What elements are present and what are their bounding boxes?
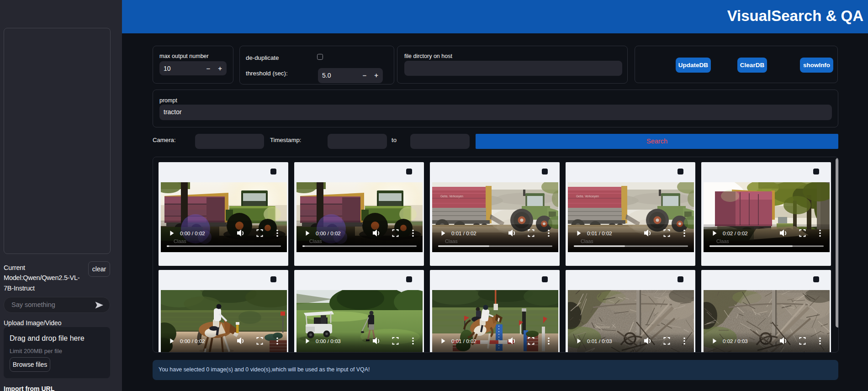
svg-text:Claas: Claas: [581, 238, 593, 244]
svg-text:0:02 / 0:03: 0:02 / 0:03: [723, 338, 748, 344]
svg-text:0:02 / 0:02: 0:02 / 0:02: [723, 230, 748, 236]
svg-text:Claas: Claas: [716, 238, 729, 244]
svg-text:Claas: Claas: [445, 238, 458, 244]
svg-text:Claas: Claas: [174, 238, 186, 244]
svg-text:0:00 / 0:03: 0:00 / 0:03: [316, 338, 341, 344]
svg-text:0:00 / 0:02: 0:00 / 0:02: [180, 338, 205, 344]
svg-text:0:01 / 0:02: 0:01 / 0:02: [451, 338, 476, 344]
svg-text:0:00 / 0:02: 0:00 / 0:02: [180, 230, 205, 236]
svg-text:0:00 / 0:02: 0:00 / 0:02: [316, 230, 341, 236]
svg-text:0:01 / 0:02: 0:01 / 0:02: [587, 230, 612, 236]
svg-text:0:01 / 0:02: 0:01 / 0:02: [451, 230, 476, 236]
svg-text:Claas: Claas: [309, 238, 322, 244]
svg-text:0:01 / 0:03: 0:01 / 0:03: [587, 338, 612, 344]
